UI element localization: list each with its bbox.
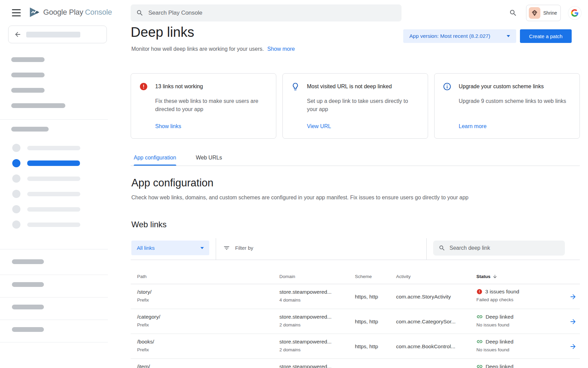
- search-icon: [439, 245, 445, 251]
- info-icon: [443, 82, 452, 91]
- sidebar-item[interactable]: [0, 142, 108, 154]
- arrow-forward-icon: [569, 293, 577, 301]
- domain-count: 2 domains: [279, 347, 355, 352]
- filter-by-button[interactable]: Filter by: [223, 241, 253, 255]
- skeleton-bar: [27, 223, 80, 227]
- divider: [0, 342, 108, 342]
- skeleton-bar: [12, 327, 44, 332]
- menu-icon[interactable]: [12, 9, 21, 16]
- divider: [426, 238, 427, 260]
- column-path: Path: [137, 274, 279, 279]
- links-filter-dropdown[interactable]: All links: [131, 241, 209, 255]
- app-version-label: App version: Most recent (8.2.027): [409, 33, 490, 39]
- domain-count: 4 domains: [279, 297, 355, 303]
- show-more-link[interactable]: Show more: [267, 46, 295, 52]
- deep-link-search-input[interactable]: [450, 245, 559, 251]
- skeleton-bar: [12, 305, 44, 309]
- show-links-link[interactable]: Show links: [155, 123, 181, 129]
- sidebar-item[interactable]: [0, 173, 108, 184]
- skeleton-bar: [27, 146, 80, 150]
- status-detail: No issues found: [476, 347, 566, 352]
- error-icon: [139, 82, 148, 91]
- nav-bullet-icon: [12, 144, 20, 152]
- sidebar-item[interactable]: [0, 203, 108, 215]
- column-domain: Domain: [279, 274, 355, 279]
- tab-bar: App configuration Web URLs: [131, 155, 580, 166]
- path-value: /books/: [137, 339, 279, 345]
- column-status-label: Status: [476, 274, 490, 279]
- nav-bullet-icon: [12, 190, 20, 198]
- path-type: Prefix: [137, 347, 279, 352]
- row-detail-arrow[interactable]: [566, 309, 580, 334]
- logo-console: Console: [85, 8, 112, 16]
- card-upgrade-custom-scheme: Upgrade your custom scheme links Upgrade…: [434, 73, 580, 139]
- deep-link-search-bar[interactable]: [433, 241, 565, 256]
- status-value: Deep linked: [486, 364, 513, 368]
- table-header: Path Domain Scheme Activity Status: [131, 260, 580, 284]
- view-url-link[interactable]: View URL: [307, 123, 331, 129]
- sidebar-item-active-deep-links[interactable]: [0, 157, 108, 169]
- page-subtitle: Monitor how well deep links are working …: [131, 46, 264, 52]
- section-description: Check how web links, domains, and custom…: [131, 195, 469, 201]
- learn-more-link[interactable]: Learn more: [459, 123, 487, 129]
- create-patch-label: Create a patch: [529, 33, 562, 39]
- status-value: 3 issues found: [485, 289, 519, 295]
- skeleton-bar: [11, 103, 65, 108]
- card-body: Upgrade 9 custom scheme links to web lin…: [459, 97, 571, 105]
- back-button[interactable]: [8, 26, 107, 43]
- table-row-story[interactable]: /story/ Prefix store.steampowered... 4 d…: [131, 284, 580, 309]
- sidebar-item[interactable]: [0, 188, 108, 200]
- skeleton-bar: [12, 282, 44, 287]
- path-value: /story/: [137, 289, 279, 295]
- table-row-books[interactable]: /books/ Prefix store.steampowered... 2 d…: [131, 334, 580, 359]
- links-filter-label: All links: [137, 245, 155, 251]
- table-body: /story/ Prefix store.steampowered... 4 d…: [131, 284, 580, 368]
- play-logo-icon: [28, 5, 40, 19]
- scheme-value: https, http: [355, 284, 396, 309]
- nav-bullet-icon: [12, 174, 20, 183]
- scheme-value: https, http: [355, 309, 396, 334]
- app-version-dropdown[interactable]: App version: Most recent (8.2.027): [403, 29, 516, 43]
- create-patch-button[interactable]: Create a patch: [520, 29, 572, 43]
- activity-value: com.acme.CategorySor...: [396, 309, 476, 334]
- card-title: Most visited URL is not deep linked: [307, 83, 392, 90]
- card-title: 13 links not working: [155, 83, 203, 90]
- activity-value: com.acme.BookControl...: [396, 334, 476, 359]
- sidebar: [0, 0, 108, 368]
- path-type: Prefix: [137, 297, 279, 303]
- card-body: Fix these web links to make sure users a…: [155, 97, 267, 113]
- skeleton-bar: [12, 259, 44, 264]
- skeleton-bar: [27, 207, 80, 212]
- tab-app-configuration[interactable]: App configuration: [134, 155, 176, 166]
- row-detail-arrow[interactable]: [566, 334, 580, 359]
- divider: [0, 249, 108, 249]
- filter-by-label: Filter by: [235, 245, 253, 251]
- column-status-sort[interactable]: Status: [476, 274, 566, 279]
- status-value: Deep linked: [486, 339, 513, 345]
- activity-value: com.acme.StoryActivity: [396, 284, 476, 309]
- arrow-forward-icon: [569, 318, 577, 325]
- link-icon: [476, 313, 483, 320]
- sort-descending-icon: [492, 274, 497, 279]
- sidebar-item[interactable]: [0, 219, 108, 230]
- tab-web-urls[interactable]: Web URLs: [196, 155, 222, 166]
- domain-value: store.steampowered...: [279, 289, 355, 295]
- card-most-visited-url: Most visited URL is not deep linked Set …: [282, 73, 428, 139]
- skeleton-bar: [11, 73, 45, 77]
- table-row-category[interactable]: /category/ Prefix store.steampowered... …: [131, 309, 580, 334]
- domain-value: store.steampowered...: [279, 339, 355, 345]
- card-title: Upgrade your custom scheme links: [459, 83, 544, 90]
- skeleton-bar: [27, 177, 80, 181]
- divider: [216, 238, 216, 260]
- domain-value: store.steampowered...: [279, 364, 355, 368]
- status-detail: Failed app checks: [476, 297, 566, 302]
- status-detail: No issues found: [476, 322, 566, 327]
- row-detail-arrow[interactable]: [566, 359, 580, 368]
- card-links-not-working: 13 links not working Fix these web links…: [131, 73, 276, 139]
- row-detail-arrow[interactable]: [566, 284, 580, 309]
- skeleton-bar: [26, 32, 80, 37]
- nav-bullet-icon: [12, 220, 20, 229]
- card-body: Set up a deep link to take users directl…: [307, 97, 419, 113]
- table-row-item[interactable]: /item/ store.steampowered... Deep linked: [131, 359, 580, 368]
- divider: [0, 297, 108, 297]
